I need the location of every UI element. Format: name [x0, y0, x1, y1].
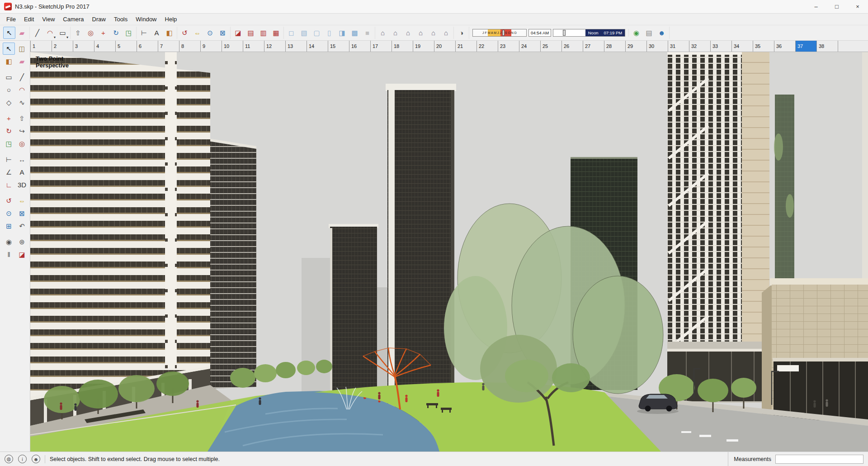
left-building[interactable] — [30, 52, 210, 426]
green-wall-tower[interactable] — [774, 95, 794, 289]
back-view-button[interactable]: ⌂ — [427, 27, 439, 39]
dimension-button[interactable]: ↔ — [16, 153, 28, 166]
walk-button[interactable]: ‖ — [3, 248, 15, 261]
back-edges-button[interactable]: ▧ — [298, 27, 310, 39]
text-button[interactable]: A — [151, 27, 163, 39]
shadow-time-slider[interactable]: Noon 07:19 PM — [553, 29, 625, 37]
previous-button[interactable]: ↶ — [16, 220, 28, 232]
right-view-button[interactable]: ⌂ — [415, 27, 427, 39]
section-plane-palette-button[interactable]: ◪ — [16, 248, 28, 261]
scene-tab-38[interactable]: 38 — [816, 41, 838, 52]
pan-button[interactable]: ⇔ — [16, 195, 28, 207]
scene-tab-17[interactable]: 17 — [370, 41, 392, 52]
hidden-line-button[interactable]: ▯ — [323, 27, 335, 39]
select-button[interactable]: ↖ — [3, 27, 15, 39]
orbit-button[interactable]: ↺ — [179, 27, 191, 39]
rectangle-button[interactable]: ▭ — [3, 71, 15, 83]
scene-tab-8[interactable]: 8 — [179, 41, 200, 52]
rotate-button[interactable]: ↻ — [3, 125, 15, 137]
scale-button[interactable]: ◳ — [123, 27, 135, 39]
scene-tab-19[interactable]: 19 — [413, 41, 434, 52]
right-tower[interactable] — [667, 52, 771, 403]
eraser-button[interactable]: ▰ — [16, 55, 28, 67]
orbit-button[interactable]: ↺ — [3, 195, 15, 207]
display-section-cuts-button[interactable]: ▥ — [257, 27, 269, 39]
pan-button[interactable]: ⇔ — [191, 27, 203, 39]
x-ray-button[interactable]: ◻ — [285, 27, 297, 39]
scene-tab-30[interactable]: 30 — [646, 41, 668, 52]
scene-tab-27[interactable]: 27 — [583, 41, 604, 52]
scene-tab-5[interactable]: 5 — [115, 41, 137, 52]
scene-tab-36[interactable]: 36 — [774, 41, 795, 52]
axes-button[interactable]: ∟ — [3, 179, 15, 191]
arcs-button[interactable]: ◠▾ — [44, 27, 56, 39]
scene-tab-28[interactable]: 28 — [604, 41, 625, 52]
viewport-scene[interactable] — [30, 52, 868, 452]
move-button[interactable]: + — [3, 112, 15, 124]
photo-textures-button[interactable]: ▤ — [643, 27, 655, 39]
geolocation-icon[interactable]: ◍ — [5, 455, 13, 463]
scene-tab-13[interactable]: 13 — [285, 41, 307, 52]
close-button[interactable]: × — [847, 0, 868, 13]
make-component-button[interactable]: ◫ — [16, 43, 28, 55]
zoom-extents-button[interactable]: ⊠ — [217, 27, 229, 39]
section-plane-button[interactable]: ◪ — [232, 27, 244, 39]
iso-view-button[interactable]: ⌂ — [377, 27, 389, 39]
account-icon[interactable]: ☻ — [32, 455, 40, 463]
scene-tab-33[interactable]: 33 — [710, 41, 731, 52]
add-location-button[interactable]: ◉ — [630, 27, 642, 39]
scene-tab-18[interactable]: 18 — [392, 41, 413, 52]
display-section-fill-button[interactable]: ▦ — [270, 27, 282, 39]
second-tower[interactable] — [206, 138, 256, 389]
scene-tab-31[interactable]: 31 — [668, 41, 689, 52]
minimize-button[interactable]: – — [806, 0, 826, 13]
scene-tab-9[interactable]: 9 — [200, 41, 222, 52]
scene-tab-3[interactable]: 3 — [73, 41, 94, 52]
edge-building[interactable] — [862, 52, 868, 283]
menu-tools[interactable]: Tools — [110, 14, 132, 24]
zoom-window-button[interactable]: ⊞ — [3, 220, 15, 232]
arc-button[interactable]: ◠ — [16, 84, 28, 96]
get-models-button[interactable]: ☻ — [656, 27, 668, 39]
line-button[interactable]: ╱ — [31, 27, 43, 39]
scene-tab-35[interactable]: 35 — [753, 41, 774, 52]
menu-camera[interactable]: Camera — [59, 14, 88, 24]
zoom-button[interactable]: ⊙ — [3, 207, 15, 219]
circle-button[interactable]: ○ — [3, 84, 15, 96]
menu-view[interactable]: View — [38, 14, 59, 24]
line-button[interactable]: ╱ — [16, 71, 28, 83]
offset-button[interactable]: ◎ — [16, 138, 28, 150]
date-slider-thumb-icon[interactable] — [502, 30, 505, 36]
scene-tab-25[interactable]: 25 — [540, 41, 561, 52]
push-pull-button[interactable]: ⇧ — [16, 112, 28, 124]
scale-button[interactable]: ◳ — [3, 138, 15, 150]
push-pull-button[interactable]: ⇧ — [72, 27, 84, 39]
info-icon[interactable]: i — [18, 455, 27, 463]
select-button[interactable]: ↖ — [3, 43, 15, 55]
move-button[interactable]: + — [97, 27, 109, 39]
scene-tab-12[interactable]: 12 — [264, 41, 285, 52]
top-view-button[interactable]: ⌂ — [389, 27, 401, 39]
car[interactable] — [637, 394, 679, 414]
3d-text-button[interactable]: 3D — [16, 179, 28, 191]
offset-button[interactable]: ◎ — [85, 27, 97, 39]
scene-tab-14[interactable]: 14 — [307, 41, 328, 52]
scene-tab-7[interactable]: 7 — [158, 41, 179, 52]
display-section-planes-button[interactable]: ▤ — [245, 27, 257, 39]
maximize-button[interactable]: □ — [826, 0, 847, 13]
scene-tab-10[interactable]: 10 — [222, 41, 243, 52]
wireframe-button[interactable]: ▢ — [311, 27, 323, 39]
look-around-button[interactable]: ⊛ — [16, 236, 28, 248]
shadow-date-slider[interactable]: J F M A M J J A S O N D — [472, 29, 527, 37]
left-view-button[interactable]: ⌂ — [440, 27, 452, 39]
scene-tab-29[interactable]: 29 — [625, 41, 646, 52]
zoom-extents-button[interactable]: ⊠ — [16, 207, 28, 219]
position-camera-button[interactable]: ◉ — [3, 236, 15, 248]
tape-measure-button[interactable]: ⊢ — [138, 27, 150, 39]
scene-tab-1[interactable]: 1 — [30, 41, 52, 52]
polygon-button[interactable]: ◇ — [3, 96, 15, 109]
time-slider-track[interactable] — [553, 29, 585, 36]
shapes-button[interactable]: ▭▾ — [57, 27, 69, 39]
menu-help[interactable]: Help — [161, 14, 181, 24]
eraser-button[interactable]: ▰ — [16, 27, 28, 39]
